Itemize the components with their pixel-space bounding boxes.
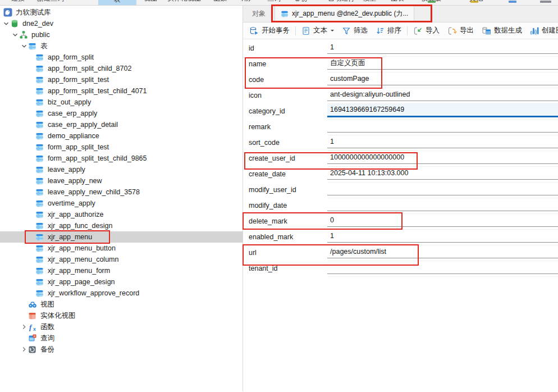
tree-item-overtime_apply[interactable]: overtime_apply — [0, 198, 243, 209]
field-value-category_id[interactable]: 1694139669167259649 — [327, 104, 558, 117]
database-icon — [10, 19, 20, 28]
field-label-tenant_id: tenant_id — [243, 261, 327, 277]
table-icon — [35, 188, 45, 197]
tree-item-xjr_app_menu_form[interactable]: xjr_app_menu_form — [0, 265, 243, 276]
field-value-id[interactable]: 1 — [327, 41, 558, 54]
field-cell: 1694139669167259649 — [327, 104, 558, 120]
tree-item-label: public — [31, 31, 50, 39]
clipped-toolbar-item-模型[interactable]: 模型 — [359, 0, 379, 5]
tree-item-实体化视图[interactable]: 实体化视图 — [0, 310, 243, 321]
clipped-toolbar-item-表[interactable]: 表 — [98, 0, 136, 6]
tree-item-case_erp_apply[interactable]: case_erp_apply — [0, 108, 243, 119]
field-value-remark[interactable] — [327, 120, 558, 133]
clipped-toolbar-item-连接[interactable]: 连接 — [8, 0, 28, 5]
field-value-delete_mark[interactable]: 0 — [327, 214, 558, 227]
tree-item-leave_apply_new_child_3578[interactable]: leave_apply_new_child_3578 — [0, 186, 243, 198]
tree-item-表[interactable]: 表 — [0, 40, 243, 52]
field-cell: ant-design:aliyun-outlined — [327, 88, 558, 104]
field-value-tenant_id[interactable] — [327, 261, 558, 274]
field-row-id: id1 — [243, 41, 558, 57]
chevron-right-icon[interactable] — [20, 345, 28, 353]
tree-item-查询[interactable]: 查询 — [0, 332, 243, 344]
tree-item-app_form_split_test[interactable]: app_form_split_test — [0, 74, 243, 85]
tree-item-dne2_dev[interactable]: dne2_dev — [0, 18, 243, 29]
clipped-toolbar-item-用户[interactable]: 用户 — [238, 0, 258, 5]
export-button[interactable]: 导出 — [443, 24, 478, 38]
text-view-button[interactable]: 文本 — [298, 24, 338, 38]
tree-item-力软测试库[interactable]: 力软测试库 — [0, 7, 243, 18]
tree-item-label: demo_appliance — [47, 132, 99, 140]
tree-item-app_form_split_child_8702[interactable]: app_form_split_child_8702 — [0, 63, 243, 74]
field-cell: customPage — [327, 72, 558, 88]
tree-item-xjr_app_menu[interactable]: xjr_app_menu — [0, 231, 243, 243]
begin-transaction-icon — [249, 26, 259, 35]
tree-item-app_form_split[interactable]: app_form_split — [0, 52, 243, 63]
tree-item-xjr_app_authorize[interactable]: xjr_app_authorize — [0, 209, 243, 220]
begin-transaction-button[interactable]: 开始事务 — [245, 24, 294, 38]
tree-item-xjr_app_func_design[interactable]: xjr_app_func_design — [0, 220, 243, 231]
tree-item-备份[interactable]: 备份 — [0, 344, 243, 355]
field-value-create_user_id[interactable]: 1000000000000000000 — [327, 151, 558, 164]
tree-item-app_form_split_test_child_4071[interactable]: app_form_split_test_child_4071 — [0, 85, 243, 97]
tree-item-label: xjr_app_func_design — [47, 222, 112, 230]
field-value-modify_user_id[interactable] — [327, 183, 558, 195]
tree-item-视图[interactable]: 视图 — [0, 299, 243, 310]
tree-item-form_app_split_test_child_9865[interactable]: form_app_split_test_child_9865 — [0, 153, 243, 164]
field-value-create_date[interactable]: 2025-04-11 10:13:03.000 — [327, 167, 558, 180]
tab-objects[interactable]: 对象 — [243, 6, 275, 22]
tree-item-xjr_workflow_approve_record[interactable]: xjr_workflow_approve_record — [0, 288, 243, 299]
import-label: 导入 — [426, 26, 440, 35]
chevron-down-icon[interactable] — [20, 42, 28, 50]
field-value-sort_code[interactable]: 1 — [327, 135, 558, 148]
table-icon — [35, 131, 45, 140]
tree-item-leave_apply[interactable]: leave_apply — [0, 164, 243, 175]
data-generation-button[interactable]: 数据生成 — [478, 24, 526, 38]
clipped-toolbar-item-图表[interactable]: 图表 — [387, 0, 408, 5]
table-icon — [35, 289, 45, 298]
tree-item-demo_appliance[interactable]: demo_appliance — [0, 130, 243, 142]
chevron-down-icon[interactable] — [2, 20, 10, 28]
field-value-code[interactable]: customPage — [327, 72, 558, 85]
chevron-down-icon[interactable] — [11, 31, 19, 39]
clipped-toolbar-item-其他[interactable]: 其他 — [466, 0, 486, 5]
clipped-toolbar-item-仪表板[interactable]: 仪表板 — [418, 0, 445, 5]
create-chart-button[interactable]: 创建图表 — [526, 24, 558, 38]
field-value-icon[interactable]: ant-design:aliyun-outlined — [327, 88, 558, 101]
clipped-toolbar-item-备份[interactable]: 备份 — [291, 0, 311, 5]
field-value-url[interactable]: /pages/custom/list — [327, 245, 558, 258]
tree-item-label: 实体化视图 — [40, 311, 76, 321]
field-row-tenant_id: tenant_id — [243, 261, 558, 277]
tree-item-label: 力软测试库 — [15, 8, 51, 17]
tree-item-xjr_app_page_design[interactable]: xjr_app_page_design — [0, 276, 243, 288]
field-row-remark: remark — [243, 120, 558, 135]
table-icon — [35, 255, 45, 264]
field-value-enabled_mark[interactable]: 1 — [327, 230, 558, 243]
import-button[interactable]: 导入 — [409, 24, 443, 38]
tree-item-case_erp_apply_detail[interactable]: case_erp_apply_detail — [0, 119, 243, 130]
field-label-icon: icon — [243, 88, 327, 104]
filter-button[interactable]: 筛选 — [338, 24, 372, 38]
field-value-name[interactable]: 自定义页面 — [327, 57, 558, 70]
tree-item-label: form_app_split_test_child_9865 — [47, 154, 147, 162]
tree-item-函数[interactable]: fx函数 — [0, 321, 243, 332]
tree-item-xjr_app_menu_button[interactable]: xjr_app_menu_button — [0, 243, 243, 254]
tree-item-xjr_app_menu_column[interactable]: xjr_app_menu_column — [0, 254, 243, 265]
backup-icon — [28, 345, 38, 354]
table-icon — [35, 64, 45, 73]
clipped-toolbar-item-视图[interactable]: 视图 — [140, 0, 161, 5]
chevron-right-icon[interactable] — [20, 323, 28, 331]
tab-table-record[interactable]: xjr_app_menu @dne2_dev.public (力... — [275, 6, 414, 22]
tab-bar: 对象 xjr_app_menu @dne2_dev.public (力... — [243, 6, 558, 22]
clipped-toolbar-item-实体化视图[interactable]: 实体化视图 — [164, 0, 204, 5]
tree-item-biz_out_apply[interactable]: biz_out_apply — [0, 97, 243, 108]
tree-item-leave_apply_new[interactable]: leave_apply_new — [0, 175, 243, 186]
tree-item-public[interactable]: public — [0, 29, 243, 40]
tree-item-form_app_split_test[interactable]: form_app_split_test — [0, 142, 243, 153]
clipped-toolbar-item-查询[interactable]: 查询 — [264, 0, 284, 5]
sort-button[interactable]: 排序 — [372, 24, 405, 38]
clipped-toolbar-item-函数[interactable]: 函数 — [210, 0, 230, 5]
tree-item-label: app_form_split_test_child_4071 — [47, 87, 147, 95]
clipped-toolbar-item-自动运行[interactable]: 自动运行 — [324, 0, 358, 5]
field-value-modify_date[interactable] — [327, 198, 558, 211]
clipped-toolbar-item-新建查询[interactable]: 新建查询 — [34, 0, 67, 5]
